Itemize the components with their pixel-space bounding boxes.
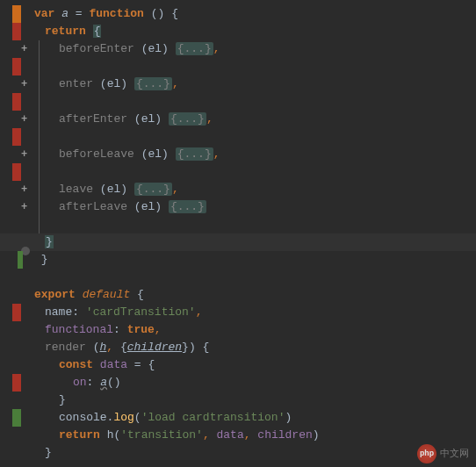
code-content: beforeLeave (el) {...}, [31,146,220,163]
code-line[interactable] [0,93,476,111]
code-line[interactable]: functional: true, [0,321,476,339]
gutter-marker-add-icon [18,251,23,269]
code-content: on: a() [31,374,121,392]
expand-icon[interactable]: + [21,198,27,216]
collapsed-block[interactable]: {...} [176,147,213,161]
code-content: functional: true, [31,321,162,339]
indent-guide [39,163,40,181]
code-line[interactable]: + afterLeave (el) {...} [0,198,476,216]
code-line[interactable]: on: a() [0,374,476,392]
code-content: return h('transition', data, children) [31,427,320,444]
code-editor[interactable]: var a = function () { return { + beforeE… [0,0,476,462]
code-content: render (h, {children}) { [31,339,209,356]
code-line[interactable]: return { [0,23,476,40]
code-line[interactable]: + beforeLeave (el) {...}, [0,146,476,163]
code-line[interactable] [0,58,476,75]
expand-icon[interactable]: + [21,146,27,163]
gutter-marker-error-icon [12,128,21,146]
gutter-marker-error-icon [12,163,21,181]
code-line[interactable]: } [0,251,476,269]
code-content: return { [31,23,101,40]
code-line[interactable]: + enter (el) {...}, [0,75,476,93]
code-line[interactable]: return h('transition', data, children) [0,427,476,444]
code-line[interactable]: + beforeEnter (el) {...}, [0,40,476,58]
code-line[interactable]: const data = { [0,356,476,374]
code-line[interactable]: console.log('load cardtransition') [0,409,476,427]
code-line[interactable]: name: 'cardTransition', [0,304,476,321]
indent-guide [39,181,40,198]
collapsed-block[interactable]: {...} [134,183,172,196]
code-line[interactable] [0,269,476,286]
expand-icon[interactable]: + [21,181,27,198]
gutter-marker-error-icon [12,23,21,40]
watermark-text: 中文网 [440,445,469,463]
indent-guide [39,111,40,128]
gutter-marker-error-icon [12,304,21,321]
code-content: } [31,444,52,462]
expand-icon[interactable]: + [21,75,27,93]
gutter-marker-add-icon [12,409,21,427]
code-content: const data = { [31,356,155,374]
code-line[interactable] [0,216,476,234]
code-line[interactable] [0,163,476,181]
code-content: afterLeave (el) {...} [31,198,206,216]
code-line[interactable]: + afterEnter (el) {...}, [0,111,476,128]
indent-guide [39,58,40,75]
expand-icon[interactable]: + [21,111,27,128]
code-content: } [31,234,54,251]
indent-guide [39,198,40,216]
code-content: afterEnter (el) {...}, [31,111,213,128]
code-content: var a = function () { [31,5,178,23]
gutter-marker-error-icon [12,374,21,392]
code-content: } [31,392,66,409]
gutter-marker-change-icon [12,5,21,23]
code-content: beforeEnter (el) {...}, [31,40,220,58]
gutter-marker-error-icon [12,58,21,75]
code-content: console.log('load cardtransition') [31,409,292,427]
collapsed-block[interactable]: {...} [176,42,213,55]
collapsed-block[interactable]: {...} [134,77,172,90]
code-line[interactable]: export default { [0,286,476,304]
collapsed-block[interactable]: {...} [169,112,206,126]
code-content: enter (el) {...}, [31,75,179,93]
code-line[interactable]: } [0,234,476,251]
code-content: } [31,251,48,269]
expand-icon[interactable]: + [21,40,27,58]
indent-guide [39,216,40,234]
indent-guide [39,93,40,111]
code-content: export default { [31,286,144,304]
code-content: name: 'cardTransition', [31,304,202,321]
code-line[interactable]: } [0,444,476,462]
code-line[interactable]: var a = function () { [0,5,476,23]
code-content: leave (el) {...}, [31,181,179,198]
indent-guide [39,40,40,58]
code-line[interactable]: + leave (el) {...}, [0,181,476,198]
gutter-marker-error-icon [12,93,21,111]
code-line[interactable]: } [0,392,476,409]
indent-guide [39,75,40,93]
watermark-logo-icon: php [417,444,436,463]
collapsed-block[interactable]: {...} [169,200,206,213]
indent-guide [39,128,40,146]
indent-guide [39,146,40,163]
watermark: php 中文网 [417,444,469,463]
code-line[interactable] [0,128,476,146]
code-line[interactable]: render (h, {children}) { [0,339,476,356]
